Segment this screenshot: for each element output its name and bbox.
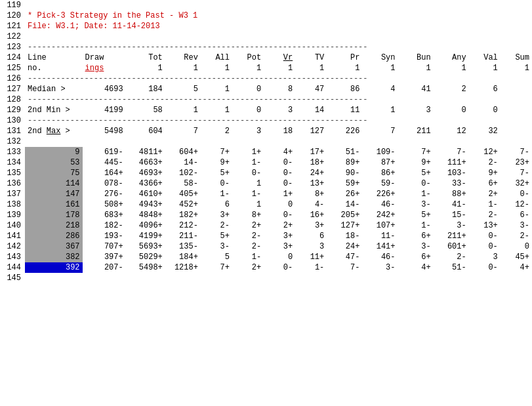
data-cell: 078-: [83, 178, 126, 189]
data-cell: 7-: [501, 147, 532, 157]
row-index: 53: [25, 157, 83, 168]
data-cell: 12+: [469, 147, 501, 157]
data-cell: 3: [469, 252, 501, 262]
data-cell: 211+: [434, 231, 469, 241]
line-number: 145: [0, 273, 25, 283]
data-cell: 2-: [434, 252, 469, 262]
data-cell: 24+: [295, 168, 327, 178]
data-cell: 182-: [83, 220, 126, 231]
col-header-sub: 1: [398, 63, 434, 73]
data-cell: 6: [295, 231, 327, 241]
col-header: Val: [469, 52, 501, 63]
line-number: 134: [0, 157, 25, 168]
data-cell: 4+: [501, 262, 532, 273]
data-cell: 0-: [264, 262, 295, 273]
data-cell: 0-: [201, 178, 232, 189]
median-cell: 86: [327, 84, 362, 94]
data-cell: 7+: [201, 262, 232, 273]
col-header-sub: 1: [126, 63, 165, 73]
secondmax-cell: 604: [126, 126, 165, 136]
col-header-sub: 1: [232, 63, 264, 73]
line-number: 130: [0, 115, 25, 126]
data-cell: 0: [264, 199, 295, 210]
data-cell: 0-: [264, 168, 295, 178]
data-cell: 452+: [165, 199, 201, 210]
data-cell: 58-: [165, 178, 201, 189]
data-cell: 242+: [362, 210, 398, 220]
data-cell: 2-: [501, 231, 532, 241]
data-cell: 14-: [165, 157, 201, 168]
row-index: 161: [25, 199, 83, 210]
data-table: 119120 * Pick-3 Strategy in the Past - W…: [0, 0, 532, 283]
data-cell: 59+: [327, 178, 362, 189]
data-cell: 4610+: [126, 189, 165, 199]
data-cell: 23+: [501, 157, 532, 168]
col-header: Any: [434, 52, 469, 63]
secondmin-cell: 14: [295, 105, 327, 115]
data-cell: 7+: [201, 147, 232, 157]
data-cell: 5+: [201, 231, 232, 241]
data-cell: 6: [201, 199, 232, 210]
data-cell: 1: [232, 178, 264, 189]
line-content: ----------------------------------------…: [25, 115, 532, 126]
data-cell: 3: [295, 241, 327, 252]
median-cell: 6: [469, 84, 501, 94]
data-cell: 1-: [295, 262, 327, 273]
line-number: 136: [0, 178, 25, 189]
col-header-sub: 1: [165, 63, 201, 73]
median-cell: 5: [165, 84, 201, 94]
data-cell: 397+: [83, 252, 126, 262]
data-cell: 5693+: [126, 241, 165, 252]
data-cell: 9+: [469, 168, 501, 178]
line-content: ----------------------------------------…: [25, 42, 532, 52]
line-content: [25, 273, 532, 283]
data-cell: 8+: [232, 210, 264, 220]
data-cell: 276-: [83, 189, 126, 199]
data-cell: 2+: [469, 189, 501, 199]
data-cell: 26+: [327, 189, 362, 199]
col-header: Line: [25, 52, 83, 63]
secondmin-cell: 4199: [83, 105, 126, 115]
data-cell: 182+: [165, 210, 201, 220]
data-cell: 0-: [264, 178, 295, 189]
row-index: 9: [25, 147, 83, 157]
col-header-sub: 1: [327, 63, 362, 73]
data-cell: 0-: [469, 231, 501, 241]
data-cell: 212-: [165, 220, 201, 231]
data-cell: 5: [201, 252, 232, 262]
data-cell: 11+: [295, 252, 327, 262]
data-cell: 0-: [264, 157, 295, 168]
secondmax-cell: 32: [469, 126, 501, 136]
data-cell: 707+: [83, 241, 126, 252]
data-cell: 3+: [295, 220, 327, 231]
line-number: 142: [0, 241, 25, 252]
data-cell: 59-: [362, 178, 398, 189]
data-cell: 4943+: [126, 199, 165, 210]
col-header-sub: 1: [469, 63, 501, 73]
row-index: 218: [25, 220, 83, 231]
data-cell: 46-: [362, 252, 398, 262]
col-header: Syn: [362, 52, 398, 63]
data-cell: 135-: [165, 241, 201, 252]
data-cell: 683+: [83, 210, 126, 220]
data-cell: 6+: [469, 178, 501, 189]
data-cell: 11-: [362, 231, 398, 241]
line-number: 137: [0, 189, 25, 199]
median-cell: 4693: [83, 84, 126, 94]
data-cell: 604+: [165, 147, 201, 157]
median-cell: 8: [264, 84, 295, 94]
data-cell: 4+: [264, 147, 295, 157]
secondmin-cell: 11: [327, 105, 362, 115]
line-number: 122: [0, 31, 25, 42]
secondmin-cell: 3: [264, 105, 295, 115]
data-cell: 3+: [201, 210, 232, 220]
line-number: 127: [0, 84, 25, 94]
data-cell: 508+: [83, 199, 126, 210]
data-cell: 3+: [264, 231, 295, 241]
line-content: * Pick-3 Strategy in the Past - W3 1: [25, 10, 532, 21]
data-cell: 5498+: [126, 262, 165, 273]
row-index: 382: [25, 252, 83, 262]
line-content: File: W3.1; Date: 11-14-2013: [25, 21, 532, 31]
data-cell: 16+: [295, 210, 327, 220]
data-cell: 5+: [201, 168, 232, 178]
